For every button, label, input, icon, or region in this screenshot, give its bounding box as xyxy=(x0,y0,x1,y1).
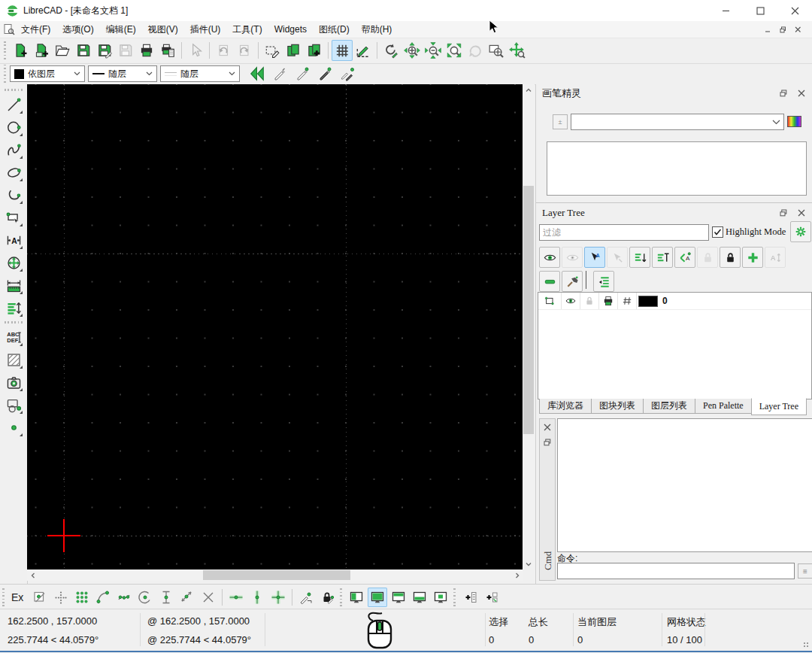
layer-color-swatch[interactable] xyxy=(638,296,658,307)
layer-list[interactable]: 0 xyxy=(538,292,812,399)
zoom-in-button[interactable] xyxy=(401,40,423,61)
new-from-template-button[interactable] xyxy=(31,40,52,61)
draft-mode-button[interactable] xyxy=(353,40,374,61)
unlock-all-layers-button[interactable] xyxy=(697,247,718,268)
pen-name-combo[interactable] xyxy=(571,114,784,130)
resize-grip[interactable] xyxy=(803,642,809,648)
scroll-up-icon[interactable] xyxy=(523,84,534,96)
new-drawing-button[interactable] xyxy=(10,40,31,61)
pen-list[interactable] xyxy=(547,141,807,196)
print-preview-button[interactable] xyxy=(157,40,178,61)
layer-filter-input[interactable] xyxy=(539,224,709,241)
layer-tree-options-button[interactable] xyxy=(593,271,614,292)
block-tool-button[interactable] xyxy=(2,393,25,416)
sort-layers-top-button[interactable] xyxy=(652,247,673,268)
layer-show-all-layers-cell[interactable] xyxy=(562,293,580,309)
pen-pick-button[interactable] xyxy=(292,64,312,84)
copy-button[interactable] xyxy=(283,40,304,61)
snap-intersection-button[interactable] xyxy=(198,588,218,607)
set-relative-zero-button[interactable] xyxy=(296,588,316,607)
snap-points-button[interactable] xyxy=(72,588,92,607)
zoom-pan-button[interactable] xyxy=(507,40,528,61)
menu-item-4[interactable]: 视图(V) xyxy=(142,21,184,38)
minimize-button[interactable] xyxy=(708,0,743,21)
layer-unlock-all-layers-cell[interactable] xyxy=(580,293,599,309)
ellipse-tool-button[interactable] xyxy=(2,161,25,184)
remove-layer-button[interactable] xyxy=(539,271,560,292)
layer-layer-sel-rect-cell[interactable] xyxy=(538,293,562,309)
dock-bottom-button[interactable] xyxy=(410,588,429,607)
modify-tool-button[interactable] xyxy=(2,251,25,274)
add-options-widget-button[interactable] xyxy=(481,588,501,607)
hide-all-layers-button[interactable] xyxy=(562,247,583,268)
save-button[interactable] xyxy=(73,40,94,61)
redraw-button[interactable] xyxy=(380,40,401,61)
show-all-layers-button[interactable] xyxy=(539,247,560,268)
text-tool-button[interactable]: ABCDEF xyxy=(2,326,25,348)
layer-filter-field[interactable] xyxy=(540,225,708,240)
select-tool-button[interactable] xyxy=(2,206,25,229)
dock-full-button[interactable] xyxy=(368,588,387,607)
dock-tab-1[interactable]: 库浏览器 xyxy=(539,399,592,414)
snap-grid-button[interactable] xyxy=(51,588,71,607)
undo-button[interactable] xyxy=(213,40,234,61)
highlight-mode-checkbox[interactable] xyxy=(712,226,723,238)
scroll-right-icon[interactable] xyxy=(511,569,523,581)
hscroll-thumb[interactable] xyxy=(203,570,350,580)
layer-row[interactable]: 0 xyxy=(538,293,811,310)
save-all-button[interactable] xyxy=(115,40,136,61)
pen-apply-button[interactable] xyxy=(315,64,335,84)
zoom-previous-button[interactable] xyxy=(465,40,486,61)
color-picker-button[interactable] xyxy=(787,116,801,127)
pen-color-combo[interactable]: 依图层 xyxy=(10,65,85,82)
spline-tool-button[interactable] xyxy=(2,138,25,161)
close-panel-icon[interactable] xyxy=(542,422,553,433)
snap-center-button[interactable] xyxy=(135,588,155,607)
dock-tab-4[interactable]: Pen Palette xyxy=(695,399,752,414)
point-tool-button[interactable] xyxy=(2,416,25,439)
image-tool-button[interactable] xyxy=(2,371,25,393)
measure-tool-button[interactable] xyxy=(2,274,25,296)
lock-all-layers-button[interactable] xyxy=(720,247,741,268)
menu-item-2[interactable]: 选项(O) xyxy=(56,21,99,38)
scroll-down-icon[interactable] xyxy=(523,558,534,569)
close-panel-icon[interactable] xyxy=(796,208,807,218)
restrict-orthogonal-button[interactable] xyxy=(268,588,288,607)
vertical-scrollbar[interactable] xyxy=(523,84,535,569)
command-options-button[interactable]: ≡ xyxy=(798,563,812,579)
pen-copy-button[interactable] xyxy=(338,64,357,84)
menu-item-5[interactable]: 插件(U) xyxy=(184,21,227,38)
dock-float-button[interactable] xyxy=(431,588,450,607)
print-button[interactable] xyxy=(136,40,157,61)
dock-tab-3[interactable]: 图层列表 xyxy=(643,399,695,414)
deselect-layer-button[interactable] xyxy=(607,247,628,268)
reset-actions-button[interactable] xyxy=(262,40,283,61)
scroll-left-icon[interactable] xyxy=(27,569,38,581)
float-panel-icon[interactable] xyxy=(542,437,553,448)
snap-free-button[interactable] xyxy=(30,588,50,607)
add-layer-button[interactable] xyxy=(742,247,763,268)
zoom-window-button[interactable] xyxy=(486,40,507,61)
close-button[interactable] xyxy=(777,0,812,21)
order-tool-button[interactable] xyxy=(2,296,25,319)
horizontal-scrollbar[interactable] xyxy=(27,569,523,581)
drawing-canvas[interactable] xyxy=(27,84,523,569)
dimension-tool-button[interactable]: A xyxy=(2,229,25,251)
command-field[interactable] xyxy=(558,563,794,579)
sort-layers-button[interactable] xyxy=(629,247,650,268)
restrict-vertical-button[interactable] xyxy=(247,588,267,607)
modify-layer-button[interactable] xyxy=(562,271,583,292)
close-panel-icon[interactable] xyxy=(796,88,807,99)
command-output[interactable] xyxy=(557,418,812,552)
restrict-horizontal-button[interactable] xyxy=(226,588,246,607)
menu-item-1[interactable]: 文件(F) xyxy=(15,21,56,38)
redo-button[interactable] xyxy=(234,40,255,61)
snap-middle-button[interactable] xyxy=(156,588,176,607)
menu-item-3[interactable]: 编辑(E) xyxy=(100,21,142,38)
layer-print-cell[interactable] xyxy=(599,293,618,309)
selection-pointer-button[interactable] xyxy=(185,40,206,61)
zoom-auto-button[interactable] xyxy=(444,40,465,61)
snap-endpoints-button[interactable] xyxy=(93,588,113,607)
exclusive-snap-label[interactable]: Ex xyxy=(11,591,23,603)
add-command-widget-button[interactable] xyxy=(460,588,480,607)
